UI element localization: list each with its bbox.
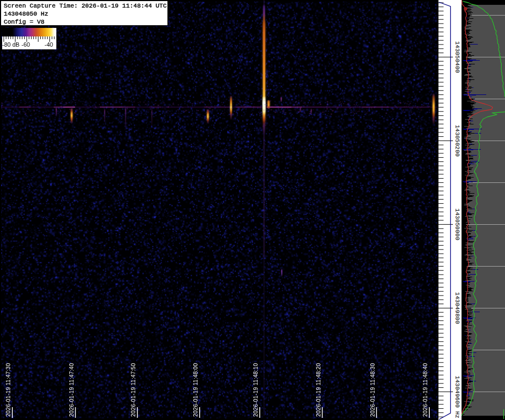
svg-text:2026-01-19 11:48:40: 2026-01-19 11:48:40 [422, 363, 428, 417]
svg-text:143050000: 143050000 [454, 209, 460, 240]
svg-text:2026-01-19 11:48:30: 2026-01-19 11:48:30 [369, 363, 376, 417]
svg-text:2026-01-19 11:47:40: 2026-01-19 11:47:40 [68, 363, 75, 417]
svg-text:143050400: 143050400 [454, 41, 460, 73]
svg-text:2026-01-19 11:48:00: 2026-01-19 11:48:00 [192, 363, 199, 417]
svg-text:143049600 Hz: 143049600 Hz [454, 376, 460, 418]
svg-text:2026-01-19 11:47:50: 2026-01-19 11:47:50 [130, 363, 136, 417]
svg-text:2026-01-19 11:48:10: 2026-01-19 11:48:10 [252, 363, 259, 417]
svg-text:143049800: 143049800 [454, 292, 460, 324]
svg-text:143050200: 143050200 [454, 125, 460, 157]
svg-text:2026-01-19 11:48:20: 2026-01-19 11:48:20 [315, 363, 321, 417]
svg-text:2026-01-19 11:47:30: 2026-01-19 11:47:30 [5, 363, 11, 417]
